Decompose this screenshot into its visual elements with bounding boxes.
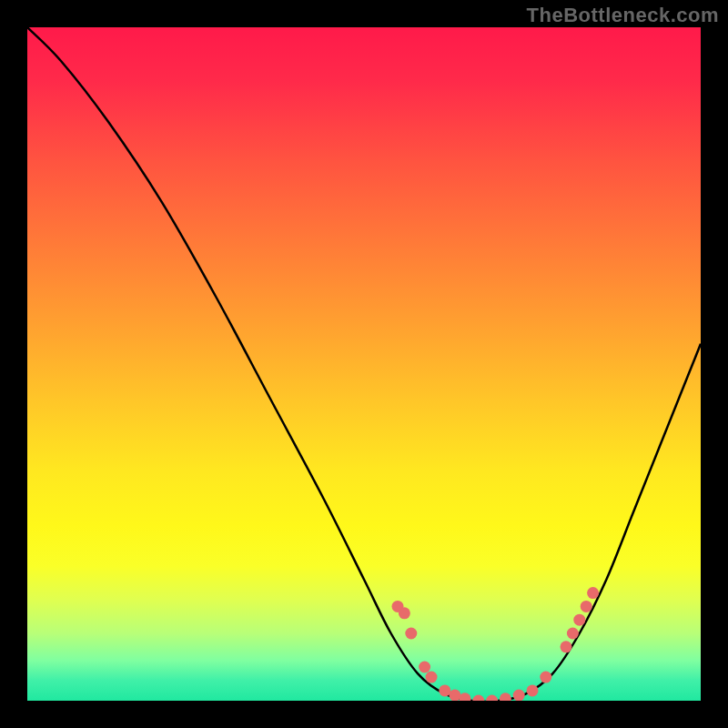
data-dot [439, 684, 450, 696]
data-dot [460, 693, 471, 701]
data-dot [419, 662, 430, 673]
data-dot [486, 695, 498, 702]
data-dot [399, 607, 410, 619]
data-dot [561, 641, 572, 652]
data-dot [573, 614, 585, 626]
chart-svg [27, 27, 701, 701]
data-dot [405, 628, 417, 640]
watermark-text: TheBottleneck.com [527, 4, 719, 27]
data-dot [513, 690, 525, 701]
data-dot [472, 695, 484, 702]
data-dot [567, 628, 579, 640]
data-dots [392, 587, 600, 701]
data-dot [587, 587, 599, 599]
data-dot [581, 601, 592, 612]
data-dot [449, 690, 460, 701]
data-dot [426, 672, 438, 683]
plot-area [27, 27, 701, 701]
data-dot [527, 684, 539, 696]
data-dot [540, 672, 551, 683]
bottleneck-curve [27, 27, 701, 701]
data-dot [500, 693, 511, 701]
